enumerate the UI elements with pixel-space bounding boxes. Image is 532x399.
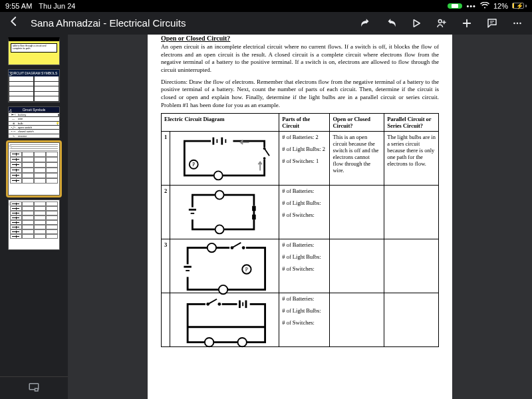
column-header-parallelseries: Parallel Circuit or Series Circuit? xyxy=(384,114,439,132)
wifi-icon xyxy=(480,2,489,10)
row-number: 3 xyxy=(162,239,170,293)
slide-thumbnail-4[interactable]: Circuit Symbols ⊢⊣battery▮ —wire ⊗bulb💡 … xyxy=(8,106,60,138)
slide-thumbnail-2[interactable]: able to flow through a circuit and compl… xyxy=(8,37,60,65)
svg-point-27 xyxy=(215,191,224,200)
svg-point-2 xyxy=(517,23,519,25)
svg-point-35 xyxy=(242,247,245,250)
slide-thumbnail-3[interactable]: CIRCUIT DIAGRAM SYMBOLS xyxy=(8,69,60,102)
openclosed-cell xyxy=(330,239,384,293)
svg-point-45 xyxy=(218,303,221,306)
slide-thumbnail-5[interactable] xyxy=(8,142,60,196)
circuit-diagram-cell xyxy=(170,293,279,347)
svg-point-14 xyxy=(263,158,266,160)
recording-pill[interactable] xyxy=(448,3,462,9)
status-time: 9:55 AM xyxy=(5,2,32,10)
back-button[interactable] xyxy=(7,15,21,31)
battery-percent: 12% xyxy=(493,2,508,10)
status-date: Thu Jun 24 xyxy=(39,2,75,10)
svg-text:P: P xyxy=(192,162,195,168)
circuit-diagram-2 xyxy=(173,188,276,237)
column-header-openclosed: Open or Closed Circuit? xyxy=(330,114,384,132)
circuit-diagram-cell: P xyxy=(170,239,279,293)
svg-point-51 xyxy=(205,338,213,346)
redo-button[interactable] xyxy=(383,15,399,31)
parts-cell: # of Batteries: # of Light Bulbs: # of S… xyxy=(279,293,330,347)
svg-point-52 xyxy=(238,338,247,346)
comment-button[interactable] xyxy=(484,15,500,31)
svg-point-18 xyxy=(214,172,223,180)
svg-rect-29 xyxy=(188,248,265,290)
svg-point-37 xyxy=(207,243,216,252)
table-row: # of Batteries: # of Light Bulbs: # of S… xyxy=(162,293,439,347)
parts-cell: # of Batteries: 2 # of Light Bulbs: 2 # … xyxy=(279,132,330,186)
filmstrip-toggle-button[interactable] xyxy=(28,381,40,396)
circuit-diagram-cell xyxy=(170,186,279,239)
present-button[interactable] xyxy=(408,15,424,31)
row-number: 1 xyxy=(162,132,170,186)
worksheet-table: Electric Circuit Diagram Parts of the Ci… xyxy=(161,113,439,347)
openclosed-cell xyxy=(330,186,384,239)
column-header-parts: Parts of the Circuit xyxy=(279,114,330,132)
series-parallel-cell xyxy=(384,293,439,347)
app-header: Sana Ahmadzai - Electrical Circuits xyxy=(0,12,532,35)
slide-canvas[interactable]: Open or Closed Circuit? An open circuit … xyxy=(68,35,532,399)
cellular-icon: ••• xyxy=(466,2,476,10)
worksheet-heading: Open or Closed Circuit? xyxy=(161,35,439,42)
svg-rect-5 xyxy=(35,388,39,391)
slide-thumbnails-panel[interactable]: able to flow through a circuit and compl… xyxy=(0,35,68,399)
circuit-diagram-cell: P xyxy=(170,132,279,186)
svg-rect-41 xyxy=(188,305,265,342)
svg-rect-6 xyxy=(185,142,265,176)
slide-number: 6 xyxy=(5,201,12,207)
intro-paragraph: An open circuit is an incomplete electri… xyxy=(161,43,439,74)
slide-number: 3 xyxy=(5,70,12,77)
row-number: 2 xyxy=(162,186,170,239)
status-bar: 9:55 AM Thu Jun 24 ••• 12% ⚡ xyxy=(0,0,532,12)
table-row: 2 xyxy=(162,186,439,239)
more-button[interactable] xyxy=(509,15,525,31)
table-row: 1 xyxy=(162,132,439,186)
main-area: able to flow through a circuit and compl… xyxy=(0,35,532,399)
circuit-diagram-1: P xyxy=(173,134,276,183)
series-parallel-cell xyxy=(384,186,439,239)
row-number xyxy=(162,293,170,347)
openclosed-cell xyxy=(330,293,384,347)
column-header-diagram: Electric Circuit Diagram xyxy=(162,114,279,132)
table-row: 3 xyxy=(162,239,439,293)
worksheet-page: Open or Closed Circuit? An open circuit … xyxy=(148,35,452,399)
add-button[interactable] xyxy=(459,15,475,31)
slide-number: 4 xyxy=(5,108,12,114)
slide-thumbnail-6[interactable] xyxy=(8,200,60,250)
document-title: Sana Ahmadzai - Electrical Circuits xyxy=(31,17,186,29)
svg-text:P: P xyxy=(245,267,248,273)
share-button[interactable] xyxy=(434,15,450,31)
svg-rect-19 xyxy=(193,196,255,230)
undo-button[interactable] xyxy=(358,15,374,31)
series-parallel-cell xyxy=(384,239,439,293)
svg-point-28 xyxy=(215,225,224,234)
svg-point-1 xyxy=(513,23,515,25)
slide-number: 5 xyxy=(5,144,12,150)
circuit-diagram-3: P xyxy=(173,241,276,291)
circuit-diagram-4 xyxy=(173,295,276,344)
svg-point-3 xyxy=(519,23,521,25)
directions-paragraph: Directions: Draw the flow of electrons. … xyxy=(161,78,439,110)
svg-point-40 xyxy=(219,285,227,294)
battery-icon: ⚡ xyxy=(512,3,527,9)
parts-cell: # of Batteries: # of Light Bulbs: # of S… xyxy=(279,186,330,239)
parts-cell: # of Batteries: # of Light Bulbs: # of S… xyxy=(279,239,330,293)
series-parallel-cell: The light bulbs are in a series circuit … xyxy=(384,132,439,186)
openclosed-cell: This is an open circuit because the swit… xyxy=(330,132,384,186)
svg-point-0 xyxy=(438,20,442,23)
